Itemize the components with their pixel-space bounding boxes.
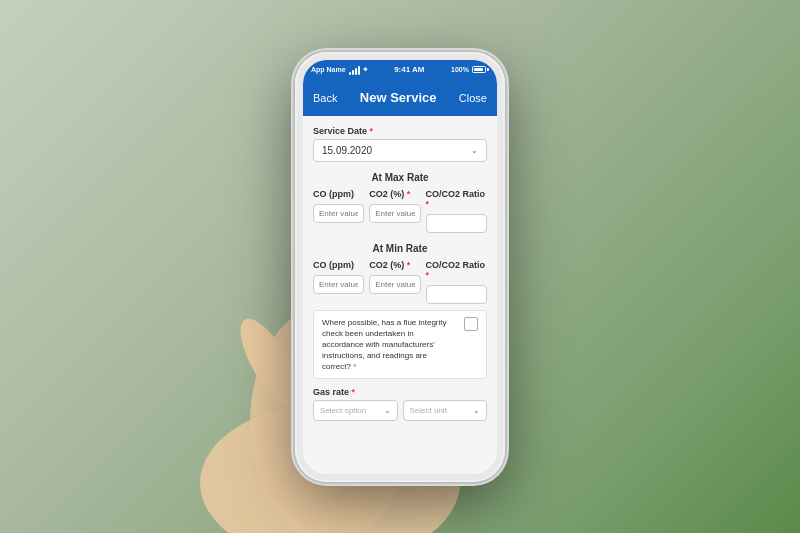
min-ratio-field: CO/CO2 Ratio *	[426, 260, 488, 304]
wifi-icon: ⌖	[363, 65, 368, 75]
gas-rate-label: Gas rate	[313, 387, 349, 397]
min-co-label: CO (ppm)	[313, 260, 354, 270]
flue-check-row: Where possible, has a flue integrity che…	[313, 310, 487, 380]
min-co-field: CO (ppm)	[313, 260, 364, 304]
gas-rate-field: Gas rate * Select option ⌄ Select unit ⌄	[313, 387, 487, 421]
status-bar: App Name ⌖ 9:41 AM 100%	[303, 60, 497, 80]
gas-rate-selects-row: Select option ⌄ Select unit ⌄	[313, 400, 487, 421]
service-date-field: Service Date * 15.09.2020 ⌄	[313, 126, 487, 162]
battery-icon	[472, 66, 489, 73]
gas-rate-required-star: *	[352, 387, 356, 397]
max-co-label: CO (ppm)	[313, 189, 354, 199]
gas-rate-unit-select[interactable]: Select unit ⌄	[403, 400, 488, 421]
time-display: 9:41 AM	[394, 65, 424, 74]
close-button[interactable]: Close	[459, 92, 487, 104]
min-co2-label: CO2 (%)	[369, 260, 404, 270]
max-ratio-label: CO/CO2 Ratio	[426, 189, 486, 199]
battery-percent: 100%	[451, 66, 469, 73]
min-co2-input[interactable]	[369, 275, 420, 294]
max-co2-label: CO2 (%)	[369, 189, 404, 199]
min-rate-fields-row: CO (ppm) CO2 (%) * CO/CO2 Ratio	[313, 260, 487, 304]
flue-check-checkbox[interactable]	[464, 317, 478, 331]
min-ratio-input[interactable]	[426, 285, 488, 304]
chevron-down-icon: ⌄	[471, 146, 478, 155]
flue-check-text: Where possible, has a flue integrity che…	[322, 317, 456, 373]
max-co-field: CO (ppm)	[313, 189, 364, 233]
service-date-value: 15.09.2020	[322, 145, 372, 156]
max-co-input[interactable]	[313, 204, 364, 223]
max-ratio-field: CO/CO2 Ratio *	[426, 189, 488, 233]
max-rate-section-title: At Max Rate	[313, 172, 487, 183]
flue-check-required-star: *	[353, 362, 356, 371]
min-co2-field: CO2 (%) *	[369, 260, 420, 304]
chevron-down-icon: ⌄	[473, 406, 480, 415]
gas-rate-option-select[interactable]: Select option ⌄	[313, 400, 398, 421]
chevron-down-icon: ⌄	[384, 406, 391, 415]
max-co2-input[interactable]	[369, 204, 420, 223]
gas-rate-unit-placeholder: Select unit	[410, 406, 447, 415]
min-ratio-label: CO/CO2 Ratio	[426, 260, 486, 270]
nav-bar: Back New Service Close	[303, 80, 497, 116]
service-date-required-star: *	[370, 126, 374, 136]
max-ratio-required-star: *	[426, 199, 430, 209]
form-content: Service Date * 15.09.2020 ⌄ At Max Rate …	[303, 116, 497, 474]
max-co2-required-star: *	[407, 189, 411, 199]
signal-icon	[349, 65, 360, 75]
min-rate-section-title: At Min Rate	[313, 243, 487, 254]
max-co2-field: CO2 (%) *	[369, 189, 420, 233]
max-ratio-input[interactable]	[426, 214, 488, 233]
back-button[interactable]: Back	[313, 92, 337, 104]
max-rate-fields-row: CO (ppm) CO2 (%) * CO/CO2 Ratio	[313, 189, 487, 233]
min-co2-required-star: *	[407, 260, 411, 270]
service-date-label: Service Date	[313, 126, 367, 136]
gas-rate-option-placeholder: Select option	[320, 406, 366, 415]
service-date-select[interactable]: 15.09.2020 ⌄	[313, 139, 487, 162]
page-title: New Service	[360, 90, 437, 105]
min-ratio-required-star: *	[426, 270, 430, 280]
min-co-input[interactable]	[313, 275, 364, 294]
app-name-label: App Name	[311, 66, 346, 73]
